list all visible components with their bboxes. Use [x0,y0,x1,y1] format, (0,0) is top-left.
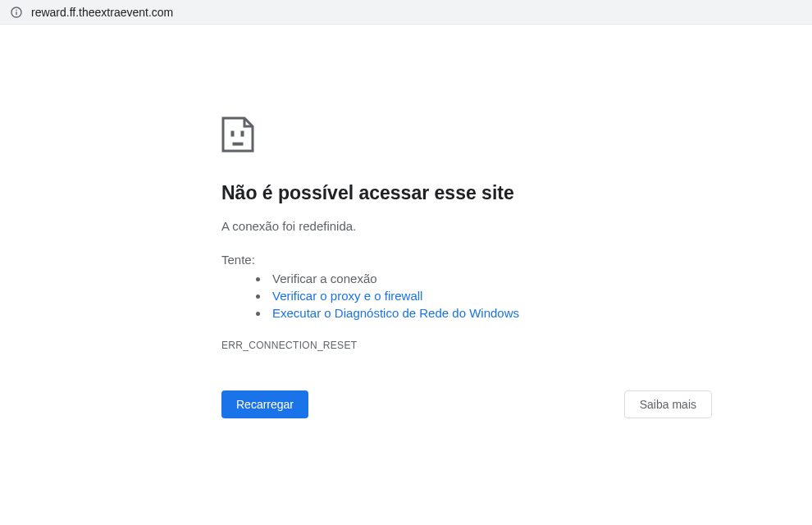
sad-page-icon [221,116,714,156]
svg-rect-2 [233,143,243,145]
info-icon [10,6,23,19]
button-row: Recarregar Saiba mais [221,390,712,418]
error-title: Não é possível acessar esse site [221,182,714,204]
error-code: ERR_CONNECTION_RESET [221,340,714,351]
svg-rect-1 [241,131,244,136]
try-label: Tente: [221,253,714,267]
learn-more-button[interactable]: Saiba mais [624,390,712,418]
address-bar: reward.ff.theextraevent.com [0,0,812,25]
suggestion-link-diagnostics[interactable]: Executar o Diagnóstico de Rede do Window… [272,306,519,320]
svg-rect-0 [231,131,234,136]
reload-button[interactable]: Recarregar [221,390,308,418]
url-text[interactable]: reward.ff.theextraevent.com [31,6,173,19]
suggestions-list: Verificar a conexão Verificar o proxy e … [221,272,714,320]
suggestion-text: Verificar a conexão [272,272,377,285]
suggestion-link-proxy[interactable]: Verificar o proxy e o firewall [272,289,422,303]
suggestion-item: Verificar a conexão [269,272,714,285]
suggestion-item: Verificar o proxy e o firewall [269,289,714,303]
suggestion-item: Executar o Diagnóstico de Rede do Window… [269,306,714,320]
error-subtitle: A conexão foi redefinida. [221,219,714,233]
error-page-content: Não é possível acessar esse site A conex… [0,25,812,418]
